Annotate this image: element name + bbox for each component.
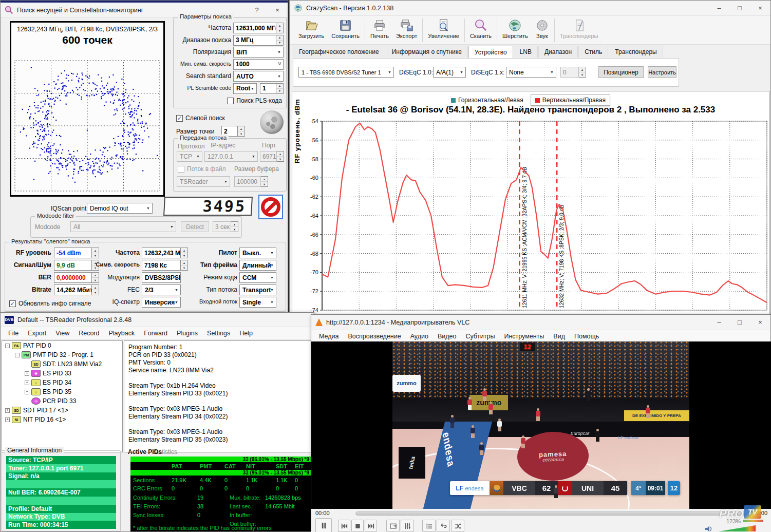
tree-expander[interactable]: + [25,390,29,394]
tree-expander[interactable]: + [5,417,10,422]
minimize-button[interactable]: – [709,1,729,15]
modcode-dropdown[interactable]: All [70,221,176,232]
detect-button[interactable]: Detect [181,221,209,232]
result-field-типпотока[interactable]: Transport [239,284,276,295]
maximize-button[interactable]: □ [729,315,750,330]
menu-вид[interactable]: Вид [549,331,570,341]
speaker-icon[interactable] [705,525,714,532]
tree-item-5[interactable]: +♪ES PID 35 [2,387,122,396]
pls-search-checkbox[interactable]: Поиск PLS-кода [227,97,282,104]
menu-воспроизведение[interactable]: Воспроизведение [343,331,405,341]
result-field-fec[interactable]: 2/3 [142,284,181,295]
menu-plugins[interactable]: Plugins [172,328,202,338]
param-spinner[interactable]: ▲▼ [276,35,284,46]
tree-expander[interactable]: + [25,371,29,376]
tree-item-1[interactable]: -PMPMT PID 32 - Progr. 1 [2,350,122,359]
stop-button[interactable] [351,520,364,532]
tab-4[interactable]: Диапазон [538,46,578,58]
menu-help[interactable]: Help [235,328,257,338]
toolbar-button-3[interactable]: Экспорт [392,17,421,40]
diseqc1x-dropdown[interactable]: None [506,67,556,78]
vlc-titlebar[interactable]: http://127.0.0.1:1234 - Медиапроигрывате… [311,315,770,330]
pause-button[interactable] [315,518,332,532]
reader-dropdown[interactable]: TSReader [177,176,230,187]
protocol-dropdown[interactable]: TCP [177,151,202,162]
tree-item-8[interactable]: +NINIT PID 16 <1> [2,415,122,424]
toolbar-button-7[interactable]: Звук [532,17,553,40]
stop-button[interactable] [258,195,283,219]
param-field-1[interactable]: 3 МГц [233,35,276,46]
menu-settings[interactable]: Settings [202,328,235,338]
tree-expander[interactable]: - [5,344,10,348]
detect-interval-spinner[interactable]: ▲▼ [231,221,238,232]
dot-size-spinner[interactable]: ▲▼ [238,126,245,137]
tab-3[interactable]: LNB [514,46,538,58]
stream-to-file-checkbox[interactable]: Поток в файл [178,165,226,173]
tree-item-7[interactable]: +SDSDT PID 17 <1> [2,406,122,415]
toolbar-button-0[interactable]: Загрузить [295,17,328,40]
port-field[interactable]: 6971 [260,151,277,162]
diseqc10-dropdown[interactable]: A/A(1) [433,67,466,78]
toolbar-button-5[interactable]: Сканить [466,17,495,40]
video-area[interactable]: Europcar endesa zummo zummo DE EXPRIMIDO… [311,341,771,509]
menu-record[interactable]: Record [74,328,104,338]
maximize-button[interactable]: □ [729,1,750,15]
param-field-3[interactable]: 1000˅ [233,59,284,70]
constellation-titlebar[interactable]: Поиск несущей и Constellation-мониторинг… [1,3,288,18]
positioner-button[interactable]: Позиционер [598,66,644,78]
loop-button[interactable] [437,520,450,532]
menu-медиа[interactable]: Медиа [314,331,343,341]
tuner-dropdown[interactable]: 1 - TBS 6908 DVBS/S2 Tuner 1 [298,67,394,78]
minimize-button[interactable]: – [709,315,729,330]
crazyscan-titlebar[interactable]: CrazyScan - Версия 1.0.2.138 –□× [290,1,770,16]
shuffle-button[interactable] [451,520,464,532]
tree-item-2[interactable]: SDSDT: LN23 8MM Via2 [2,359,122,369]
tree-expander[interactable]: - [15,353,20,357]
result-field-симвскорость[interactable]: 7198 Кс [142,260,181,271]
param-field-4[interactable]: AUTO [233,71,284,82]
equalizer-button[interactable] [401,520,414,532]
param-spinner[interactable]: ▲▼ [276,23,284,33]
tree-expander[interactable]: + [5,408,10,413]
tab-2[interactable]: Устройство [468,46,513,58]
menu-субтитры[interactable]: Субтитры [461,331,499,341]
param-field-2[interactable]: В/П [233,47,284,58]
result-field-типфрейма[interactable]: Длинный [239,260,276,271]
tree-item-3[interactable]: +◉ES PID 33 [2,369,122,378]
tab-5[interactable]: Стиль [578,46,608,58]
menu-видео[interactable]: Видео [433,331,461,341]
menu-аудио[interactable]: Аудио [406,331,433,341]
toolbar-button-4[interactable]: Увеличение [424,17,463,40]
menu-помощь[interactable]: Помощь [570,331,604,341]
fullscreen-button[interactable] [386,520,400,532]
detect-interval-field[interactable]: 3 сек [213,221,231,232]
tree-item-4[interactable]: +♪ES PID 34 [2,378,122,387]
close-button[interactable]: × [750,315,770,330]
tab-6[interactable]: Транспондеры [609,46,663,58]
menu-view[interactable]: View [51,328,74,338]
param-field-5[interactable]: Root [233,83,257,94]
buffer-spinner[interactable]: ▲▼ [261,176,268,187]
menu-export[interactable]: Export [23,328,51,338]
blind-search-checkbox[interactable]: ✓Слепой поиск [176,115,225,122]
ip-dropdown[interactable]: 127.0.0.1 [204,151,258,162]
result-field-модуляция[interactable]: DVBS2/8PSK [142,272,181,283]
menu-инструменты[interactable]: Инструменты [499,331,549,341]
tab-0[interactable]: Географическое положение [293,46,385,58]
update-signal-checkbox[interactable]: ✓Обновлять инфо сигнале [9,300,91,307]
result-field-режимкода[interactable]: CCM [239,272,276,283]
result-field-iqспектр[interactable]: Инверсия [142,297,181,308]
legend-item-0[interactable]: Горизонтальная/Левая [451,97,523,104]
iqscan-dropdown[interactable]: Demod IQ out [87,203,153,214]
port-spinner[interactable]: ▲▼ [277,151,284,162]
close-button[interactable]: × [267,3,288,17]
toolbar-button-1[interactable]: Сохранить [328,17,363,40]
configure-button[interactable]: Настроить [648,66,676,78]
tsreader-titlebar[interactable]: DVB Default -- TSReader Professional 2.8… [1,313,314,327]
toolbar-button-2[interactable]: Печать [367,17,392,40]
param-spinner[interactable]: ▲▼ [276,83,284,94]
menu-forward[interactable]: Forward [139,328,172,338]
menu-playback[interactable]: Playback [104,328,139,338]
close-button[interactable]: × [750,1,770,15]
param-field-5[interactable]: 1 [260,83,276,94]
